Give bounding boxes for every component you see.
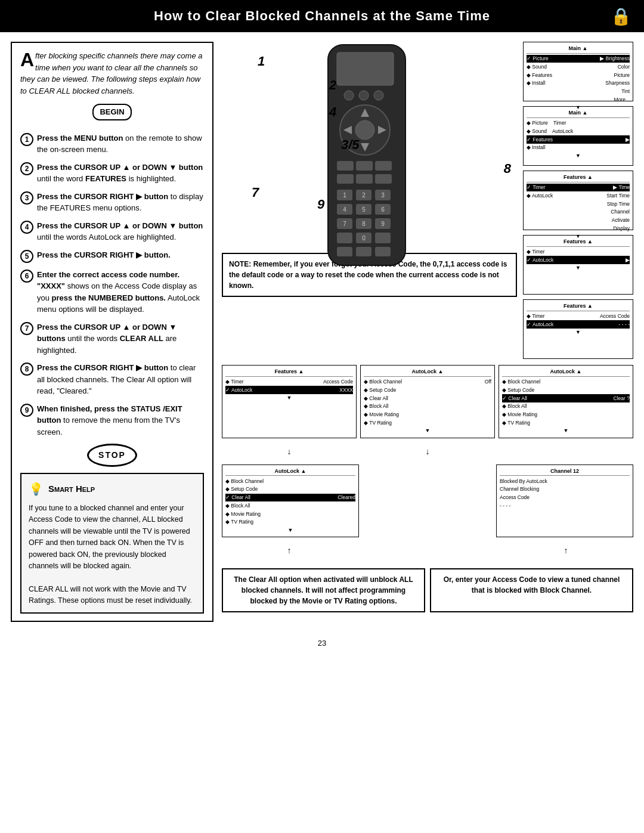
step-1-number: 1 (20, 133, 33, 146)
lock-icon: 🔒 (611, 7, 632, 26)
step-6: 6 Enter the correct access code number. … (20, 269, 204, 315)
autolock-full-screen: AutoLock ▲ ◆ Block ChannelOff ◆ Setup Co… (360, 365, 495, 438)
smart-help-text: If you tune to a blocked channel and ent… (29, 503, 196, 606)
spacer-2 (360, 546, 495, 555)
step-9-number: 9 (20, 404, 33, 417)
diagram-step-1: 1 (258, 54, 265, 69)
diagram-step-7-4: 7 (252, 185, 259, 200)
spacer (363, 465, 493, 538)
step-7-text: Press the CURSOR UP ▲ or DOWN ▼ buttons … (37, 321, 204, 357)
smart-help-title: 💡 Smart Help (29, 480, 196, 498)
screens-right-top: Main ▲ ✓ Picture▶ Brightness ◆ SoundColo… (523, 42, 633, 359)
step-2: 2 Press the CURSOR UP ▲ or DOWN ▼ button… (20, 162, 204, 185)
autolock-clear-screen: AutoLock ▲ ◆ Block Channel ◆ Setup Code … (499, 365, 633, 438)
channel-blocked-screen: Channel 12 Blocked By AutoLock Channel B… (496, 465, 633, 538)
arrow-up-right: ↑ (499, 546, 633, 555)
svg-rect-11 (337, 161, 354, 171)
step-3-text: Press the CURSOR RIGHT ▶ button to displ… (37, 191, 204, 214)
intro-body: fter blocking specific channels there ma… (20, 51, 202, 95)
arrow-up-left: ↑ (222, 546, 357, 555)
arrow-down-2: ↓ (360, 447, 495, 456)
svg-rect-41 (375, 247, 391, 256)
svg-point-4 (374, 91, 383, 100)
features-xxxx-screen: Features ▲ ◆ TimerAccess Code ✓ AutoLock… (222, 365, 357, 438)
svg-text:0: 0 (362, 235, 366, 241)
step-8-number: 8 (20, 363, 33, 376)
right-top-area: 1 2 4 3/5 7 8 9 (222, 42, 633, 359)
smart-help: 💡 Smart Help If you tune to a blocked ch… (20, 473, 204, 614)
step-1: 1 Press the MENU button on the remote to… (20, 132, 204, 156)
begin-badge: BEGIN (92, 104, 131, 120)
connector-arrows-row: ↓ ↓ (222, 447, 633, 456)
svg-point-3 (359, 91, 369, 100)
remote-and-note: 1 2 4 3/5 7 8 9 (222, 42, 517, 359)
svg-rect-12 (356, 161, 373, 171)
remote-svg: 1 2 3 4 5 6 7 8 (307, 42, 432, 268)
step-9: 9 When finished, press the STATUS /EXIT … (20, 403, 204, 438)
step-5-number: 5 (20, 250, 33, 263)
page-title: How to Clear Blocked Channels at the Sam… (154, 8, 490, 23)
page-number: 23 (0, 631, 644, 655)
step-2-number: 2 (20, 162, 33, 175)
features-access-code-screen: Features ▲ ◆ TimerAccess Code ✓ AutoLock… (523, 299, 633, 359)
svg-rect-39 (337, 247, 352, 256)
step-8-text: Press the CURSOR RIGHT ▶ button to clear… (37, 362, 204, 397)
features-menu-screen-2: Features ▲ ◆ Timer ✓ AutoLock▶ ▼ (523, 235, 633, 295)
right-column: 1 2 4 3/5 7 8 9 (222, 42, 633, 622)
middle-screens-row: Features ▲ ◆ TimerAccess Code ✓ AutoLock… (222, 365, 633, 438)
svg-text:9: 9 (381, 221, 385, 227)
step-3: 3 Press the CURSOR RIGHT ▶ button to dis… (20, 191, 204, 214)
step-7-number: 7 (20, 322, 33, 335)
left-column: A fter blocking specific channels there … (11, 42, 213, 622)
step-4-number: 4 (20, 221, 33, 234)
svg-rect-14 (337, 174, 354, 184)
step-4-text: Press the CURSOR UP ▲ or DOWN ▼ button u… (37, 220, 204, 243)
step-6-number: 6 (20, 270, 33, 283)
caption-right-text: Or, enter your Access Code to view a tun… (444, 575, 620, 594)
page-header: How to Clear Blocked Channels at the Sam… (0, 0, 644, 32)
autolock-cleared-screen: AutoLock ▲ ◆ Block Channel ◆ Setup Code … (222, 465, 359, 538)
features-menu-screen-1: Features ▲ ✓ Timer▶ Time ◆ AutoLockStart… (523, 171, 633, 230)
svg-text:4: 4 (343, 206, 346, 213)
svg-rect-35 (337, 233, 352, 243)
svg-text:3: 3 (381, 192, 385, 199)
svg-point-2 (344, 91, 354, 100)
svg-text:5: 5 (362, 206, 366, 213)
diagram-step-2: 2 (329, 78, 336, 93)
arrow-down-1: ↓ (222, 447, 357, 456)
stop-label: STOP (87, 444, 137, 467)
diagram-step-8: 8 (504, 161, 511, 176)
diagram-step-9: 9 (317, 197, 324, 212)
caption-right: Or, enter your Access Code to view a tun… (430, 568, 633, 612)
caption-left: The Clear All option when activated will… (222, 568, 425, 612)
step-9-text: When finished, press the STATUS /EXIT bu… (37, 403, 204, 438)
diagram-step-4: 4 (329, 104, 336, 120)
smart-help-label: Smart Help (48, 482, 95, 496)
bottom-caption-row: The Clear All option when activated will… (222, 568, 633, 612)
main-menu-screen-1: Main ▲ ✓ Picture▶ Brightness ◆ SoundColo… (523, 42, 633, 101)
drop-cap: A (20, 50, 34, 69)
step-2-text: Press the CURSOR UP ▲ or DOWN ▼ button u… (37, 162, 204, 185)
svg-rect-13 (375, 161, 392, 171)
caption-left-text: The Clear All option when activated will… (234, 575, 413, 605)
step-4: 4 Press the CURSOR UP ▲ or DOWN ▼ button… (20, 220, 204, 243)
step-8: 8 Press the CURSOR RIGHT ▶ button to cle… (20, 362, 204, 397)
stop-badge: STOP (20, 444, 204, 467)
main-menu-screen-2: Main ▲ ◆ Picture Timer ◆ Sound AutoLock … (523, 106, 633, 166)
bottom-connector-row: ↑ ↑ (222, 546, 633, 555)
svg-rect-1 (337, 52, 394, 85)
svg-text:2: 2 (362, 192, 366, 199)
svg-rect-38 (375, 233, 391, 243)
step-6-text: Enter the correct access code number. "X… (37, 269, 204, 315)
step-1-text: Press the MENU button on the remote to s… (37, 132, 204, 156)
step-5-text: Press the CURSOR RIGHT ▶ button. (37, 249, 204, 261)
step-7: 7 Press the CURSOR UP ▲ or DOWN ▼ button… (20, 321, 204, 357)
svg-text:1: 1 (343, 192, 346, 199)
arrow-down-3 (499, 447, 633, 456)
svg-text:7: 7 (343, 221, 346, 227)
intro-text: A fter blocking specific channels there … (20, 50, 204, 97)
step-3-number: 3 (20, 191, 33, 205)
svg-rect-40 (356, 247, 371, 256)
svg-rect-15 (356, 174, 373, 184)
svg-text:6: 6 (381, 206, 385, 213)
